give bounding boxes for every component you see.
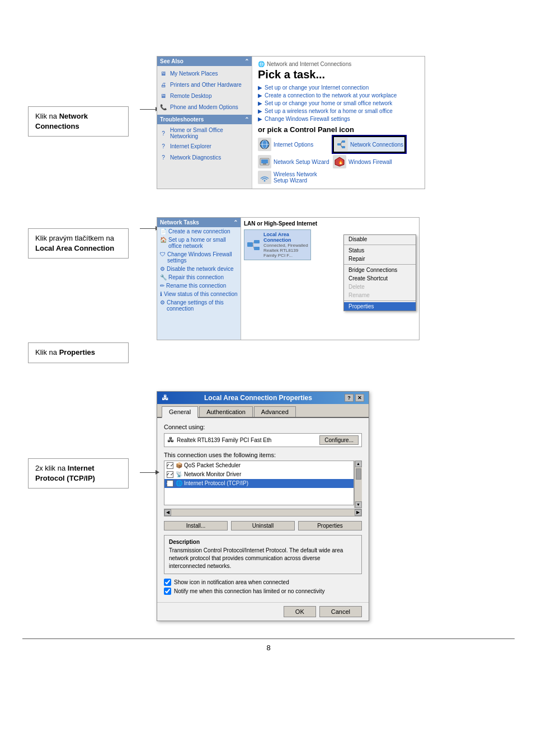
- task-setup-home[interactable]: 🏠 Set up a home or small office network: [157, 236, 241, 250]
- section2-screenshot: Network Tasks ⌃ 📄 Create a new connectio…: [157, 217, 509, 340]
- uninstall-button[interactable]: Uninstall: [231, 521, 295, 530]
- list-item-qos[interactable]: ✓ 📦 QoS Packet Scheduler: [164, 461, 354, 470]
- task-view-status[interactable]: ℹ View status of this connection: [157, 290, 241, 298]
- cp-icon-wireless-setup[interactable]: Wireless Network Setup Wizard: [258, 171, 331, 184]
- dialog-footer: OK Cancel: [157, 602, 369, 621]
- checkbox-notify-label: Notify me when this connection has limit…: [174, 588, 325, 594]
- items-list-container: ✓ 📦 QoS Packet Scheduler ✓ 📡 Network Mon…: [164, 461, 362, 508]
- context-menu-delete[interactable]: Delete: [344, 283, 416, 291]
- task-arrow-3: ▶: [258, 100, 262, 106]
- cp-icon-internet-options[interactable]: Internet Options: [258, 136, 331, 153]
- scroll-thumb[interactable]: [356, 468, 361, 480]
- section3-properties: 2x klik na Internet Protocol (TCP/IP) 🖧 …: [28, 391, 509, 621]
- checkbox-notify[interactable]: [164, 588, 171, 595]
- instruction-text-tcpip: 2x klik na: [35, 464, 65, 472]
- scroll-up[interactable]: ▲: [355, 461, 362, 467]
- scroll-right[interactable]: ▶: [355, 509, 361, 516]
- cp-icon-network-connections[interactable]: Network Connections: [333, 136, 406, 153]
- cancel-button[interactable]: Cancel: [319, 606, 362, 617]
- checkbox-tcpip[interactable]: ✓: [167, 480, 173, 487]
- context-menu-bridge[interactable]: Bridge Connections: [344, 266, 416, 274]
- svg-line-7: [341, 144, 342, 147]
- checkbox-monitor[interactable]: ✓: [167, 471, 173, 478]
- panel-item-network-diagnostics[interactable]: ? Network Diagnostics: [157, 152, 252, 163]
- svg-line-17: [253, 242, 254, 245]
- panel-item-phone-modem[interactable]: 📞 Phone and Modem Options: [157, 101, 252, 112]
- context-menu-separator-1: [344, 245, 416, 245]
- lan-connection-icon: [246, 237, 261, 253]
- qos-icon: 📦: [176, 462, 182, 468]
- connect-using-label: Connect using:: [164, 424, 362, 430]
- task-firewall-settings[interactable]: 🛡 Change Windows Firewall settings: [157, 250, 241, 265]
- task-item-3[interactable]: ▶ Set up or change your home or small of…: [258, 100, 419, 106]
- panel-item-printers[interactable]: 🖨 Printers and Other Hardware: [157, 79, 252, 90]
- panel-item-my-network-places[interactable]: 🖥 My Network Places: [157, 68, 252, 79]
- task-item-2[interactable]: ▶ Create a connection to the network at …: [258, 92, 419, 98]
- task-item-4[interactable]: ▶ Set up a wireless network for a home o…: [258, 108, 419, 114]
- tab-general[interactable]: General: [162, 406, 198, 418]
- checkbox-qos[interactable]: ✓: [167, 462, 173, 469]
- task-disable-device[interactable]: ⚙ Disable the network device: [157, 265, 241, 273]
- properties-dialog: 🖧 Local Area Connection Properties ? ✕ G…: [157, 391, 369, 621]
- task-create-new[interactable]: 📄 Create a new connection: [157, 227, 241, 236]
- panel-item-remote-desktop[interactable]: 🖥 Remote Desktop: [157, 90, 252, 101]
- instruction-text-lan: Klik pravým tlačítkem na: [35, 234, 114, 242]
- checkbox-show-icon[interactable]: [164, 579, 171, 586]
- ok-button[interactable]: OK: [284, 606, 316, 617]
- section2-right-panel: LAN or High-Speed Internet Local Area Co…: [241, 218, 419, 340]
- svg-rect-15: [254, 240, 260, 243]
- ie-icon: ?: [159, 142, 168, 151]
- troubleshooters-section: Troubleshooters ⌃ ? Home or Small Office…: [157, 115, 252, 163]
- scroll-left[interactable]: ◀: [164, 509, 171, 516]
- cp-icon-network-setup[interactable]: Network Setup Wizard: [258, 155, 331, 168]
- properties-button[interactable]: Properties: [298, 521, 362, 530]
- arrow-connector-2: [140, 228, 157, 229]
- task-item-5[interactable]: ▶ Change Windows Firewall settings: [258, 116, 419, 122]
- task-arrow-2: ▶: [258, 92, 262, 98]
- network-connections-icon: [335, 138, 348, 151]
- section3-left-instructions: 2x klik na Internet Protocol (TCP/IP): [28, 391, 140, 489]
- context-menu-rename[interactable]: Rename: [344, 291, 416, 299]
- context-menu-status[interactable]: Status: [344, 246, 416, 255]
- tab-advanced[interactable]: Advanced: [254, 406, 296, 417]
- task-item-1[interactable]: ▶ Set up or change your Internet connect…: [258, 84, 419, 91]
- help-button[interactable]: ?: [345, 394, 354, 402]
- panel-item-home-networking[interactable]: ? Home or Small Office Networking: [157, 126, 252, 140]
- svg-rect-3: [337, 143, 341, 145]
- horizontal-scrollbar[interactable]: ◀ ▶: [164, 509, 362, 516]
- list-item-monitor[interactable]: ✓ 📡 Network Monitor Driver: [164, 470, 354, 479]
- task-arrow-4: ▶: [258, 108, 262, 114]
- task-repair[interactable]: 🔧 Repair this connection: [157, 273, 241, 281]
- svg-rect-9: [261, 159, 268, 163]
- wireless-setup-icon: [258, 171, 271, 184]
- context-menu-create-shortcut[interactable]: Create Shortcut: [344, 274, 416, 283]
- task-arrow-1: ▶: [258, 84, 262, 91]
- section2-local-area-connection: Klik pravým tlačítkem na Local Area Conn…: [28, 217, 509, 363]
- panel-item-internet-explorer[interactable]: ? Internet Explorer: [157, 140, 252, 152]
- arrow-connector-1: [140, 109, 157, 110]
- lan-header: LAN or High-Speed Internet: [244, 220, 416, 227]
- context-menu-properties[interactable]: Properties: [344, 302, 416, 311]
- items-list: ✓ 📦 QoS Packet Scheduler ✓ 📡 Network Mon…: [164, 461, 354, 505]
- scroll-down[interactable]: ▼: [355, 501, 362, 508]
- install-button[interactable]: Install...: [164, 521, 228, 530]
- cp-icon-firewall[interactable]: 🔥 Windows Firewall: [333, 155, 406, 168]
- network-tasks-header: Network Tasks ⌃: [157, 218, 241, 227]
- lan-connection-item[interactable]: Local Area Connection Connected, Firewal…: [244, 229, 311, 260]
- control-panel-right: 🌐 Network and Internet Connections Pick …: [252, 57, 425, 189]
- close-button[interactable]: ✕: [355, 394, 364, 402]
- configure-button[interactable]: Configure...: [319, 435, 359, 445]
- page-number: 8: [266, 644, 270, 652]
- description-text: Transmission Control Protocol/Internet P…: [169, 547, 357, 570]
- context-menu-repair[interactable]: Repair: [344, 255, 416, 263]
- items-scrollbar[interactable]: ▲ ▼: [354, 461, 362, 508]
- context-menu-disable[interactable]: Disable: [344, 235, 416, 243]
- task-change-settings[interactable]: ⚙ Change settings of this connection: [157, 298, 241, 313]
- instruction-box-properties: Klik na Properties: [28, 342, 129, 363]
- tab-authentication[interactable]: Authentication: [199, 406, 253, 417]
- windows-firewall-icon: 🔥: [333, 155, 346, 168]
- instruction-bold-lan: Local Area Connection: [35, 244, 114, 252]
- or-pick-text: or pick a Control Panel icon: [258, 125, 419, 134]
- list-item-tcpip[interactable]: ✓ 🌐 Internet Protocol (TCP/IP): [164, 479, 354, 488]
- task-rename[interactable]: ✏ Rename this connection: [157, 281, 241, 290]
